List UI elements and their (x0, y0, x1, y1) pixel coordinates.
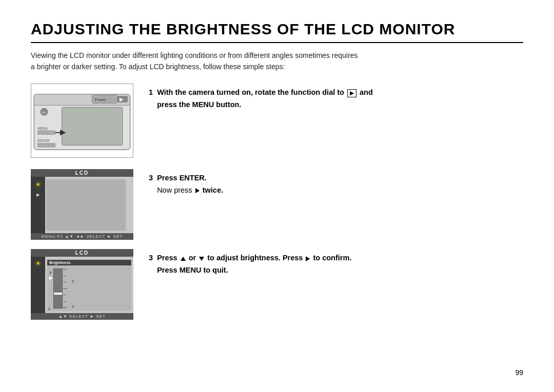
lcd-left-panel-1: ☀ ▶ (31, 177, 45, 233)
svg-rect-6 (62, 108, 123, 146)
sun-icon-2: ☀ (35, 260, 42, 267)
content-area: Power ▶ ICI MENU (31, 84, 523, 329)
step1-connector: and (360, 88, 373, 96)
camera-illustration: Power ▶ ICI MENU (31, 84, 133, 158)
step-3b-row: LCD ☀ Brightness 9 (31, 249, 523, 320)
lcd-screen-display-1: ☀ ▶ (31, 177, 133, 233)
lcd-footer-2: ▲▼ SELECT ► SET (31, 313, 133, 320)
step3a-line2: Now press (157, 186, 192, 194)
step-3a-row: LCD ☀ ▶ MENU P2 ▲▼ ◄► SELECT ► SET 3 Pre… (31, 169, 523, 240)
num-value: 5 (48, 307, 130, 311)
brightness-label: Brightness (47, 260, 131, 265)
svg-rect-13 (37, 143, 55, 148)
brightness-slider (53, 269, 63, 308)
step1-bold: With the camera turned on, rotate the fu… (157, 88, 344, 96)
lcd2-content: Brightness 9 (47, 260, 131, 311)
arrow-right-icon-3 (306, 256, 310, 261)
svg-text:ICI: ICI (42, 112, 46, 115)
arrow-indicator: ▶ (49, 275, 53, 280)
function-dial-icon: ▶ (347, 89, 357, 97)
intro-line1: Viewing the LCD monitor under different … (31, 51, 358, 59)
arrow-up-icon (181, 257, 186, 261)
arrow-right-icon: ▶ (36, 192, 40, 197)
step3b-mid: or (189, 254, 196, 262)
step3b-bold: Press (157, 254, 177, 262)
svg-text:▶: ▶ (120, 97, 124, 102)
step-3b-text: 3 Press or to adjust brightness. Press t… (149, 249, 351, 276)
step-1-row: Power ▶ ICI MENU (31, 84, 523, 160)
step-3a-text: 3 Press ENTER. Now press twice. (149, 169, 223, 196)
step-1-image: Power ▶ ICI MENU (31, 84, 133, 160)
lcd-screen-2: LCD ☀ Brightness 9 (31, 249, 133, 320)
arrow-down-icon (199, 257, 204, 261)
page-container: ADJUSTING THE BRIGHTNESS OF THE LCD MONI… (0, 0, 554, 349)
step3b-mid2: to adjust brightness. Press (207, 254, 303, 262)
step3b-end: to confirm. (313, 254, 351, 262)
svg-text:ENTER: ENTER (37, 139, 49, 143)
lcd-label-1: LCD (31, 169, 133, 177)
slider-indicator (54, 293, 62, 295)
step3b-line2: Press MENU to quit. (157, 266, 228, 274)
page-number: 99 (515, 368, 523, 377)
step3b-number: 3 (149, 254, 153, 262)
sun-icon: ☀ (35, 181, 42, 188)
lcd-screen-display-2: ☀ Brightness 9 (31, 257, 133, 313)
lcd-label-2: LCD (31, 249, 133, 257)
step-1-text: 1 With the camera turned on, rotate the … (149, 84, 373, 110)
lcd-inner-1 (46, 179, 126, 231)
lcd2-left-panel: ☀ (31, 257, 45, 313)
intro-text: Viewing the LCD monitor under different … (31, 50, 518, 72)
intro-line2: a brighter or darker setting. To adjust … (31, 63, 285, 71)
svg-text:Power: Power (95, 97, 107, 102)
svg-text:MENU: MENU (37, 127, 48, 130)
lcd-footer-1: MENU P2 ▲▼ ◄► SELECT ► SET (31, 233, 133, 240)
step3a-line2b: twice. (203, 186, 223, 194)
page-title: ADJUSTING THE BRIGHTNESS OF THE LCD MONI… (31, 20, 523, 43)
lcd-screen-1: LCD ☀ ▶ MENU P2 ▲▼ ◄► SELECT ► SET (31, 169, 133, 240)
svg-rect-10 (37, 131, 55, 135)
step3a-bold: Press ENTER. (157, 174, 207, 182)
arrow-right-icon-2 (195, 188, 200, 193)
step3a-number: 3 (149, 174, 153, 182)
step1-number: 1 (149, 88, 153, 96)
step1-bold2: press the MENU button. (157, 100, 241, 109)
